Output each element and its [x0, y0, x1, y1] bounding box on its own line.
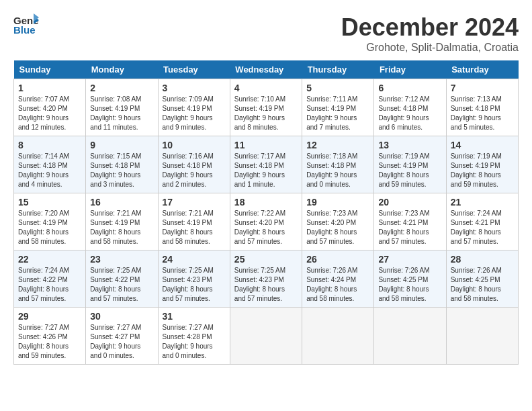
svg-text:Blue: Blue	[13, 24, 36, 35]
calendar-cell: 10Sunrise: 7:16 AMSunset: 4:18 PMDayligh…	[158, 136, 230, 193]
calendar-row: 15Sunrise: 7:20 AMSunset: 4:19 PMDayligh…	[14, 193, 519, 250]
day-number: 24	[163, 254, 226, 265]
calendar-cell: 23Sunrise: 7:25 AMSunset: 4:22 PMDayligh…	[86, 250, 158, 308]
calendar-cell: 28Sunrise: 7:26 AMSunset: 4:25 PMDayligh…	[446, 250, 518, 308]
day-number: 8	[18, 140, 81, 150]
day-number: 3	[163, 83, 226, 93]
page-header: General Blue December 2024 Grohote, Spli…	[13, 13, 519, 54]
day-number: 18	[234, 197, 298, 208]
calendar-cell: 6Sunrise: 7:12 AMSunset: 4:18 PMDaylight…	[374, 79, 446, 136]
calendar-cell: 12Sunrise: 7:18 AMSunset: 4:18 PMDayligh…	[302, 136, 374, 193]
calendar-cell: 16Sunrise: 7:21 AMSunset: 4:19 PMDayligh…	[86, 193, 158, 250]
col-saturday: Saturday	[446, 60, 518, 79]
col-sunday: Sunday	[14, 60, 86, 79]
day-number: 27	[378, 254, 441, 265]
logo: General Blue	[13, 13, 42, 38]
day-number: 26	[306, 254, 369, 265]
day-number: 30	[90, 311, 153, 322]
calendar-cell: 19Sunrise: 7:23 AMSunset: 4:20 PMDayligh…	[302, 193, 374, 250]
calendar-cell	[374, 308, 446, 365]
calendar-table: Sunday Monday Tuesday Wednesday Thursday…	[13, 60, 519, 365]
day-number: 21	[451, 197, 514, 208]
calendar-cell: 7Sunrise: 7:13 AMSunset: 4:18 PMDaylight…	[446, 79, 518, 136]
location: Grohote, Split-Dalmatia, Croatia	[341, 42, 519, 54]
day-number: 19	[306, 197, 369, 208]
day-number: 4	[234, 83, 298, 93]
calendar-cell: 22Sunrise: 7:24 AMSunset: 4:22 PMDayligh…	[14, 250, 86, 308]
calendar-cell	[302, 308, 374, 365]
day-number: 23	[90, 254, 153, 265]
day-number: 9	[90, 140, 153, 150]
header-row: Sunday Monday Tuesday Wednesday Thursday…	[14, 60, 519, 79]
day-number: 15	[18, 197, 81, 208]
day-number: 28	[451, 254, 514, 265]
calendar-cell: 20Sunrise: 7:23 AMSunset: 4:21 PMDayligh…	[374, 193, 446, 250]
calendar-cell: 25Sunrise: 7:25 AMSunset: 4:23 PMDayligh…	[230, 250, 302, 308]
calendar-cell: 5Sunrise: 7:11 AMSunset: 4:19 PMDaylight…	[302, 79, 374, 136]
day-number: 2	[90, 83, 153, 93]
day-number: 6	[378, 83, 441, 93]
calendar-cell: 1Sunrise: 7:07 AMSunset: 4:20 PMDaylight…	[14, 79, 86, 136]
calendar-cell: 8Sunrise: 7:14 AMSunset: 4:18 PMDaylight…	[14, 136, 86, 193]
calendar-cell: 31Sunrise: 7:27 AMSunset: 4:28 PMDayligh…	[158, 308, 230, 365]
calendar-cell: 21Sunrise: 7:24 AMSunset: 4:21 PMDayligh…	[446, 193, 518, 250]
col-monday: Monday	[86, 60, 158, 79]
day-number: 5	[306, 83, 369, 93]
day-number: 11	[234, 140, 298, 150]
title-section: December 2024 Grohote, Split-Dalmatia, C…	[341, 13, 519, 54]
calendar-row: 29Sunrise: 7:27 AMSunset: 4:26 PMDayligh…	[14, 308, 519, 365]
day-number: 31	[163, 311, 226, 322]
calendar-cell: 4Sunrise: 7:10 AMSunset: 4:19 PMDaylight…	[230, 79, 302, 136]
calendar-cell: 30Sunrise: 7:27 AMSunset: 4:27 PMDayligh…	[86, 308, 158, 365]
calendar-cell: 9Sunrise: 7:15 AMSunset: 4:18 PMDaylight…	[86, 136, 158, 193]
day-number: 14	[451, 140, 514, 150]
month-title: December 2024	[341, 13, 519, 42]
day-number: 20	[378, 197, 441, 208]
calendar-cell	[446, 308, 518, 365]
day-number: 1	[18, 83, 81, 93]
col-wednesday: Wednesday	[230, 60, 302, 79]
calendar-cell: 26Sunrise: 7:26 AMSunset: 4:24 PMDayligh…	[302, 250, 374, 308]
day-number: 12	[306, 140, 369, 150]
day-number: 29	[18, 311, 81, 322]
day-number: 13	[378, 140, 441, 150]
calendar-row: 8Sunrise: 7:14 AMSunset: 4:18 PMDaylight…	[14, 136, 519, 193]
day-number: 17	[163, 197, 226, 208]
col-tuesday: Tuesday	[158, 60, 230, 79]
calendar-row: 1Sunrise: 7:07 AMSunset: 4:20 PMDaylight…	[14, 79, 519, 136]
day-number: 25	[234, 254, 298, 265]
day-number: 22	[18, 254, 81, 265]
calendar-cell: 2Sunrise: 7:08 AMSunset: 4:19 PMDaylight…	[86, 79, 158, 136]
calendar-cell: 13Sunrise: 7:19 AMSunset: 4:19 PMDayligh…	[374, 136, 446, 193]
calendar-cell: 3Sunrise: 7:09 AMSunset: 4:19 PMDaylight…	[158, 79, 230, 136]
day-number: 10	[163, 140, 226, 150]
calendar-cell: 27Sunrise: 7:26 AMSunset: 4:25 PMDayligh…	[374, 250, 446, 308]
col-thursday: Thursday	[302, 60, 374, 79]
calendar-cell: 24Sunrise: 7:25 AMSunset: 4:23 PMDayligh…	[158, 250, 230, 308]
calendar-cell: 17Sunrise: 7:21 AMSunset: 4:19 PMDayligh…	[158, 193, 230, 250]
calendar-cell: 18Sunrise: 7:22 AMSunset: 4:20 PMDayligh…	[230, 193, 302, 250]
calendar-cell: 14Sunrise: 7:19 AMSunset: 4:19 PMDayligh…	[446, 136, 518, 193]
calendar-cell: 15Sunrise: 7:20 AMSunset: 4:19 PMDayligh…	[14, 193, 86, 250]
calendar-row: 22Sunrise: 7:24 AMSunset: 4:22 PMDayligh…	[14, 250, 519, 308]
calendar-cell	[230, 308, 302, 365]
day-number: 7	[451, 83, 514, 93]
col-friday: Friday	[374, 60, 446, 79]
day-number: 16	[90, 197, 153, 208]
calendar-cell: 29Sunrise: 7:27 AMSunset: 4:26 PMDayligh…	[14, 308, 86, 365]
calendar-cell: 11Sunrise: 7:17 AMSunset: 4:18 PMDayligh…	[230, 136, 302, 193]
